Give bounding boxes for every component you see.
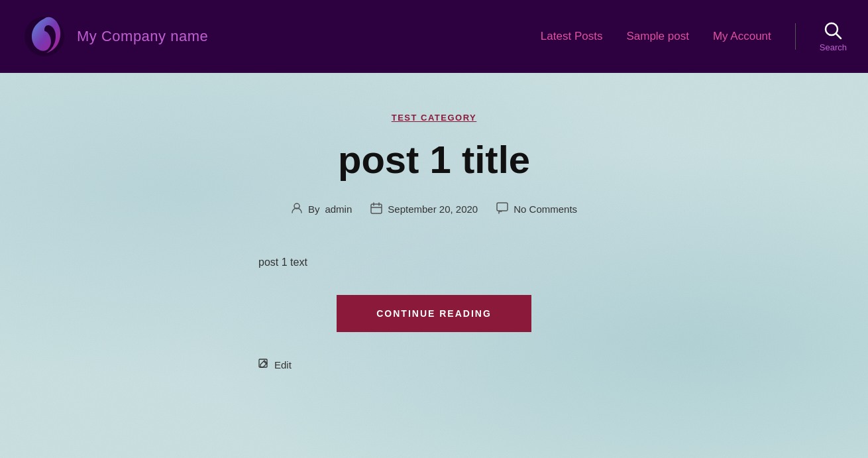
svg-line-2 (836, 34, 841, 38)
author-meta: By admin (291, 202, 352, 217)
author-icon (291, 202, 303, 217)
edit-label: Edit (274, 359, 292, 371)
continue-reading-button[interactable]: CONTINUE READING (337, 295, 531, 332)
main-content: TEST CATEGORY post 1 title By admin (0, 73, 868, 458)
comments-count: No Comments (514, 203, 577, 215)
svg-rect-8 (497, 203, 508, 211)
author-by: By (308, 203, 320, 215)
logo-icon[interactable] (21, 13, 68, 60)
company-name: My Company name (77, 28, 208, 45)
nav-divider (795, 23, 796, 50)
nav-sample-post[interactable]: Sample post (626, 30, 689, 43)
svg-rect-4 (371, 204, 382, 213)
search-icon (824, 21, 842, 40)
calendar-icon (370, 202, 382, 217)
search-label: Search (820, 42, 847, 52)
author-name: admin (325, 203, 352, 215)
comments-meta: No Comments (496, 202, 577, 217)
site-header: My Company name Latest Posts Sample post… (0, 0, 868, 73)
edit-link[interactable]: Edit (258, 359, 292, 371)
header-left: My Company name (21, 13, 208, 60)
post-title: post 1 title (338, 139, 530, 181)
nav-my-account[interactable]: My Account (713, 30, 771, 43)
post-excerpt: post 1 text (258, 257, 307, 268)
nav-latest-posts[interactable]: Latest Posts (541, 30, 603, 43)
date-meta: September 20, 2020 (370, 202, 478, 217)
search-icon-wrapper (824, 21, 842, 40)
post-date: September 20, 2020 (388, 203, 478, 215)
edit-icon (258, 359, 269, 371)
main-nav: Latest Posts Sample post My Account Sear… (541, 21, 847, 52)
comment-icon (496, 202, 508, 217)
post-meta: By admin September 20, 2020 No (291, 202, 577, 217)
search-button[interactable]: Search (820, 21, 847, 52)
category-link[interactable]: TEST CATEGORY (392, 113, 477, 123)
